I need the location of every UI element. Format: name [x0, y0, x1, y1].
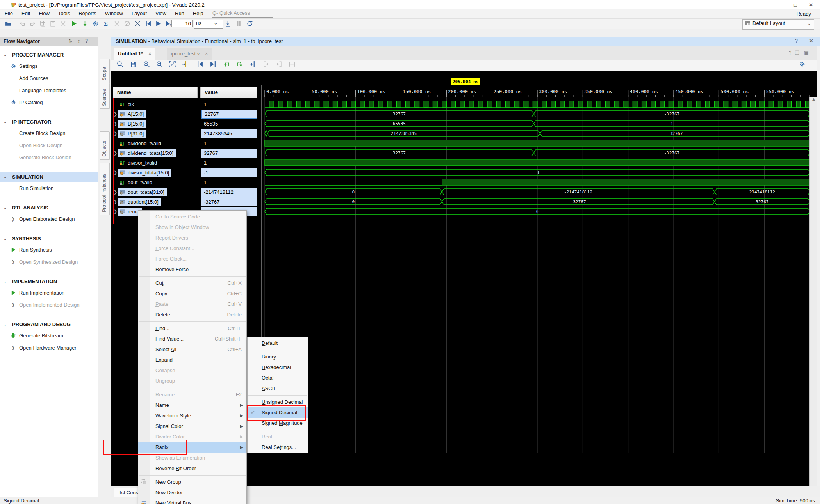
radix-item-signed-magnitude[interactable]: Signed Magnitude [248, 418, 308, 428]
menu-item-remove-force[interactable]: Remove Force [138, 264, 246, 275]
redo-button[interactable] [28, 20, 37, 28]
signal-row-divisor-tdata-15-0-[interactable]: ❯divisor_tdata[15:0] [113, 168, 198, 177]
flow-item-ip-catalog[interactable]: IP Catalog [0, 96, 98, 108]
signal-row-B-15-0-[interactable]: ❯B[15:0] [113, 119, 198, 129]
pause-button[interactable] [234, 20, 243, 28]
expand-chevron-icon[interactable]: ❯ [114, 148, 117, 158]
radix-item-default[interactable]: Default [248, 338, 308, 348]
flow-section-header[interactable]: ⌄IMPLEMENTATION [0, 277, 98, 287]
close-button[interactable]: ✕ [803, 1, 819, 9]
expand-all-icon[interactable]: ↕ [78, 38, 80, 44]
value-column-header[interactable]: Value [200, 87, 257, 98]
menu-item-reverse-bit-order[interactable]: Reverse Bit Order [138, 463, 246, 474]
menu-layout[interactable]: Layout [127, 9, 151, 18]
help-icon[interactable]: ? [85, 38, 88, 44]
menu-item-find-value-[interactable]: Find Value...Ctrl+Shift+F [138, 334, 246, 344]
menu-item-new-group[interactable]: New Group [138, 477, 246, 487]
close-tab-icon[interactable]: × [148, 51, 151, 57]
search-button[interactable] [115, 61, 125, 70]
flow-item-run-implementation[interactable]: Run Implementation [0, 287, 98, 299]
flow-item-open-block-design[interactable]: Open Block Design [0, 139, 98, 151]
menu-item-select-all[interactable]: Select AllCtrl+A [138, 344, 246, 355]
expand-chevron-icon[interactable]: ❯ [114, 168, 117, 177]
run-for-time-button[interactable]: T [164, 20, 173, 28]
signal-row-divisor-tvalid[interactable]: divisor_tvalid [113, 158, 198, 168]
expand-chevron-icon[interactable]: ❯ [114, 109, 117, 119]
signal-value[interactable]: -32767 [201, 197, 257, 206]
signal-value[interactable]: 32767 [201, 149, 257, 158]
zoom-in-button[interactable] [141, 61, 152, 70]
flow-item-generate-bitstream[interactable]: 01Generate Bitstream [0, 330, 98, 342]
previous-transition-button[interactable] [195, 61, 205, 70]
close-tab-icon[interactable]: × [205, 51, 208, 57]
menu-item-name[interactable]: Name▶ [138, 400, 246, 410]
signal-value[interactable]: -2147418112 [201, 188, 257, 197]
signal-row-dout-tdata-31-0-[interactable]: ❯dout_tdata[31:0] [113, 187, 198, 197]
zoom-fit-button[interactable] [167, 61, 177, 70]
signal-value[interactable]: 65535 [201, 119, 257, 128]
save-button[interactable] [128, 61, 138, 70]
flow-item-generate-block-design[interactable]: Generate Block Design [0, 151, 98, 163]
add-marker-button[interactable] [247, 61, 257, 70]
step-button-button[interactable] [223, 20, 232, 28]
menu-item-signal-color[interactable]: Signal Color▶ [138, 421, 246, 431]
radix-item-octal[interactable]: Octal [248, 373, 308, 383]
quick-access-search[interactable]: Q- Quick Access [212, 10, 273, 18]
flow-item-create-block-design[interactable]: Create Block Design [0, 127, 98, 139]
goto-end-button[interactable] [274, 61, 284, 70]
menu-item-radix[interactable]: Radix▶ [138, 442, 246, 453]
signal-row-dout-tvalid[interactable]: dout_tvalid [113, 177, 198, 187]
signal-value[interactable]: 1 [201, 100, 257, 109]
flow-section-header[interactable]: ⌄SIMULATION [0, 172, 98, 182]
maximize-button[interactable]: □ [788, 1, 803, 9]
menu-help[interactable]: Help [189, 9, 208, 18]
menu-file[interactable]: File [0, 9, 17, 18]
side-tab-objects[interactable]: Objects [100, 131, 110, 160]
float-pane-icon[interactable]: ❐ [795, 50, 803, 56]
menu-item-find-[interactable]: Find...Ctrl+F [138, 323, 246, 334]
goto-start-button[interactable] [261, 61, 271, 70]
undo-button[interactable] [18, 20, 27, 28]
minimize-button[interactable]: – [772, 1, 788, 9]
signal-value[interactable]: -1 [201, 168, 257, 177]
side-tab-scope[interactable]: Scope [100, 59, 110, 83]
waveform-canvas[interactable]: 0.000 ns50.000 ns100.000 ns150.000 ns200… [258, 71, 810, 486]
time-unit-select[interactable]: us [194, 20, 223, 29]
radix-item-ascii[interactable]: ASCII [248, 383, 308, 394]
signal-value[interactable]: 1 [201, 178, 257, 187]
expand-chevron-icon[interactable]: ❯ [114, 187, 117, 197]
signal-row-dividend-tdata-15-0-[interactable]: ❯dividend_tdata[15:0] [113, 148, 198, 158]
menu-flow[interactable]: Flow [34, 9, 53, 18]
flow-item-run-synthesis[interactable]: Run Synthesis [0, 244, 98, 256]
collapse-all-icon[interactable]: ⇅ [68, 38, 72, 44]
open-folder-button[interactable] [4, 20, 13, 28]
vertical-scrollbar[interactable]: ▲ [809, 97, 817, 504]
flow-item-open-implemented-design[interactable]: ❯Open Implemented Design [0, 299, 98, 311]
flow-section-header[interactable]: ⌄PROJECT MANAGER [0, 50, 98, 60]
next-transition-button[interactable] [208, 61, 218, 70]
radix-item-unsigned-decimal[interactable]: Unsigned Decimal [248, 397, 308, 407]
name-column-header[interactable]: Name [113, 87, 198, 98]
swap-cursor-right-button[interactable] [234, 61, 244, 70]
delete-button[interactable] [58, 20, 68, 28]
menu-item-copy[interactable]: CopyCtrl+C [138, 288, 246, 299]
expand-chevron-icon[interactable]: ❯ [114, 207, 117, 217]
zoom-to-cursor-button[interactable] [180, 61, 190, 70]
expand-chevron-icon[interactable]: ❯ [114, 119, 117, 129]
swap-cursor-left-button[interactable] [221, 61, 232, 70]
run-time-input[interactable] [171, 20, 193, 27]
run-all-button[interactable] [153, 20, 163, 28]
menu-reports[interactable]: Reports [74, 9, 101, 18]
flow-item-open-synthesized-design[interactable]: ❯Open Synthesized Design [0, 256, 98, 268]
radix-item-signed-decimal[interactable]: ✔Signed Decimal [248, 407, 308, 418]
menu-item-cut[interactable]: CutCtrl+X [138, 278, 246, 288]
flow-section-header[interactable]: ⌄SYNTHESIS [0, 234, 98, 244]
side-tab-sources[interactable]: Sources [100, 83, 110, 109]
menu-item-expand[interactable]: Expand [138, 355, 246, 365]
help-icon[interactable]: ? [795, 38, 798, 44]
relaunch-button[interactable] [245, 20, 254, 28]
flow-section-header[interactable]: ⌄IP INTEGRATOR [0, 117, 98, 127]
flow-item-settings[interactable]: Settings [0, 60, 98, 72]
flow-item-open-hardware-manager[interactable]: ❯Open Hardware Manager [0, 342, 98, 354]
step-into-button[interactable] [80, 20, 89, 28]
